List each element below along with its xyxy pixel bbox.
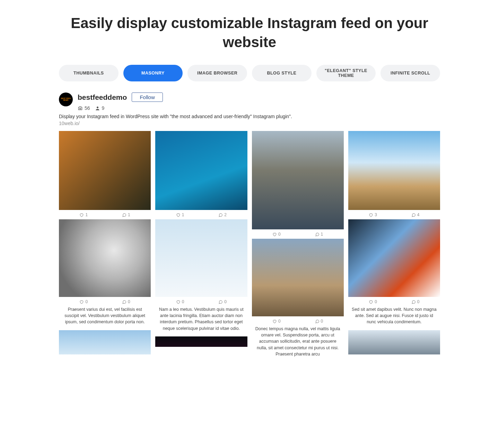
feed-card: 12 [155,131,247,219]
feed-image[interactable] [252,131,344,229]
tabs-bar: THUMBNAILSMASONRYIMAGE BROWSERBLOG STYLE… [59,65,440,81]
comment-icon [315,319,319,324]
likes-count: 1 [85,212,88,217]
comments[interactable]: 4 [411,212,420,217]
feed-image[interactable] [348,219,440,297]
comments[interactable]: 2 [218,212,227,217]
tab-blog-style[interactable]: BLOG STYLE [252,65,312,81]
feed-card: 11 [59,131,151,219]
camera-icon [78,106,83,111]
feed-image[interactable] [59,131,151,210]
feed-card: 34 [348,131,440,219]
tab-masonry[interactable]: MASONRY [123,65,183,81]
comment-icon [218,213,223,217]
comments-count: 0 [417,299,420,304]
likes[interactable]: 3 [369,212,377,217]
likes[interactable]: 0 [176,299,184,304]
heart-icon [79,213,84,217]
feed-card: 00Nam a leo metus. Vestibulum quis mauri… [155,219,247,336]
likes-count: 0 [278,232,281,237]
svg-point-0 [80,108,81,109]
feed-image[interactable] [59,330,151,354]
feed-caption: Donec tempus magna nulla, vel mattis lig… [252,325,344,361]
feed-image[interactable] [155,336,247,347]
feed-meta: 00 [252,316,344,325]
feed-image[interactable] [59,219,151,297]
feed-meta: 00 [59,297,151,306]
comments[interactable]: 0 [411,299,420,304]
feed-caption: Praesent varius dui est, vel facilisis e… [59,306,151,329]
comments-count: 4 [417,212,420,217]
feed-image[interactable] [155,219,247,297]
followers-count-value: 9 [102,105,105,111]
comments-count: 0 [224,299,227,304]
feed-meta: 01 [252,229,344,238]
feed-meta: 34 [348,210,440,219]
likes-count: 0 [85,299,88,304]
profile-link[interactable]: 10web.io/ [59,121,440,126]
masonry-column: 0100Donec tempus magna nulla, vel mattis… [252,131,344,361]
feed-image[interactable] [348,131,440,210]
comments-count: 0 [321,319,323,324]
svg-point-1 [97,106,98,108]
likes[interactable]: 1 [176,212,184,217]
tab-image-browser[interactable]: IMAGE BROWSER [187,65,247,81]
feed-image[interactable] [348,330,440,354]
comment-icon [411,213,416,217]
comment-icon [218,300,223,304]
avatar[interactable]: BEST FEED DEMO [59,93,73,106]
likes[interactable]: 0 [369,299,377,304]
likes-count: 0 [182,299,184,304]
heart-icon [369,213,373,217]
comment-icon [122,213,126,217]
likes[interactable]: 0 [79,299,88,304]
profile-header: BEST FEED DEMO bestfeeddemo Follow 56 9 [59,93,440,111]
tab-thumbnails[interactable]: THUMBNAILS [59,65,119,81]
followers-count: 9 [95,105,105,111]
comments-count: 2 [224,212,227,217]
masonry-column: 3400Sed sit amet dapibus velit. Nunc non… [348,131,440,361]
likes[interactable]: 0 [272,319,281,324]
feed-image[interactable] [252,239,344,316]
feed-image[interactable] [155,131,247,210]
tab-infinite-scroll[interactable]: INFINITE SCROLL [380,65,440,81]
comment-icon [411,300,416,304]
feed-meta: 11 [59,210,151,219]
masonry-column: 1200Nam a leo metus. Vestibulum quis mau… [155,131,247,361]
likes[interactable]: 0 [272,232,281,237]
tab-elegant-style-theme[interactable]: "ELEGANT" STYLE THEME [316,65,376,81]
feed-card: 01 [252,131,344,238]
likes-count: 0 [278,319,281,324]
comments[interactable]: 1 [315,232,323,237]
masonry-feed: 1100Praesent varius dui est, vel facilis… [59,131,440,361]
heart-icon [176,300,181,304]
comments[interactable]: 1 [122,212,130,217]
comments-count: 0 [128,299,130,304]
feed-meta: 00 [155,297,247,306]
comment-icon [122,300,126,304]
masonry-column: 1100Praesent varius dui est, vel facilis… [59,131,151,361]
user-icon [95,106,100,111]
comment-icon [315,232,319,237]
heart-icon [369,300,373,304]
comments[interactable]: 0 [315,319,323,324]
follow-button[interactable]: Follow [132,93,163,102]
feed-card: 00Donec tempus magna nulla, vel mattis l… [252,239,344,361]
heart-icon [272,319,277,324]
feed-caption: Nam a leo metus. Vestibulum quis mauris … [155,306,247,336]
feed-meta: 00 [348,297,440,306]
feed-card: 00Praesent varius dui est, vel facilisis… [59,219,151,329]
likes[interactable]: 1 [79,212,88,217]
likes-count: 1 [182,212,184,217]
heart-icon [79,300,84,304]
profile-username[interactable]: bestfeeddemo [78,93,127,102]
posts-count-value: 56 [85,105,90,111]
likes-count: 3 [375,212,377,217]
comments[interactable]: 0 [122,299,130,304]
feed-caption: Sed sit amet dapibus velit. Nunc non mag… [348,306,440,329]
comments-count: 1 [321,232,323,237]
profile-bio: Display your Instagram feed in WordPress… [59,114,440,119]
comments[interactable]: 0 [218,299,227,304]
likes-count: 0 [375,299,377,304]
feed-meta: 12 [155,210,247,219]
